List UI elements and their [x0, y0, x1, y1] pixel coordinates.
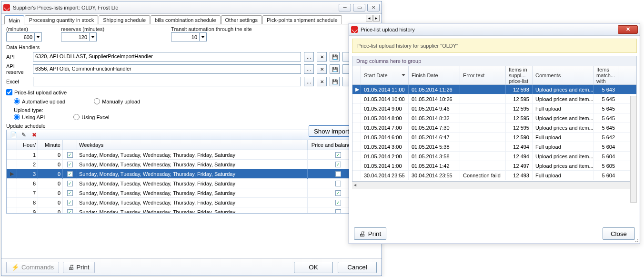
cell-hour[interactable]: 6 [17, 179, 38, 188]
tab-scroll-left-icon[interactable]: ◄ [366, 15, 372, 21]
transit-dropdown-button[interactable] [200, 32, 207, 41]
header-weekdays[interactable]: Weekdays [77, 140, 308, 150]
checkbox-icon[interactable] [67, 200, 73, 205]
checkbox-icon[interactable] [335, 162, 341, 167]
checkbox-icon[interactable] [67, 171, 73, 177]
tab-scroll-right-icon[interactable]: ► [373, 15, 380, 21]
history-header-error[interactable]: Error text [460, 66, 506, 84]
api-reserve-value[interactable]: 6356, API Oldi, CommonFunctionHandler [33, 64, 301, 74]
ok-button[interactable]: OK [294, 262, 333, 273]
cell-enabled[interactable] [63, 150, 77, 160]
history-row[interactable]: 01.05.2014 6:0001.05.2014 6:4712 590Full… [352, 133, 636, 142]
api-reserve-browse-button[interactable]: … [304, 64, 314, 74]
schedule-row[interactable]: 60Sunday, Monday, Tuesday, Wednesday, Th… [7, 179, 376, 188]
cell-weekdays[interactable]: Sunday, Monday, Tuesday, Wednesday, Thur… [77, 179, 308, 188]
main-titlebar[interactable]: Supplier's Prices-lists import: OLDY, Fr… [1, 1, 382, 14]
history-header-comments[interactable]: Comments [533, 66, 594, 84]
cell-minute[interactable]: 0 [38, 160, 63, 169]
schedule-row[interactable]: 80Sunday, Monday, Tuesday, Wednesday, Th… [7, 198, 376, 207]
minimize-button[interactable]: ─ [339, 4, 351, 11]
price-list-active-checkbox[interactable] [6, 89, 12, 95]
api-reserve-save-button[interactable]: 💾 [330, 64, 340, 74]
cell-minute[interactable]: 0 [38, 179, 63, 188]
reserves-input[interactable] [61, 32, 90, 41]
checkbox-icon[interactable] [67, 162, 73, 167]
checkbox-icon[interactable] [67, 190, 73, 196]
history-row[interactable]: ▶01.05.2014 11:0001.05.2014 11:2612 593U… [352, 85, 636, 94]
history-horizontal-scrollbar[interactable] [352, 182, 637, 189]
edit-row-icon[interactable]: ✎ [20, 131, 28, 139]
transit-input[interactable] [171, 32, 200, 41]
history-close-x-button[interactable]: ✕ [618, 25, 638, 34]
cell-hour[interactable]: 3 [17, 169, 38, 179]
schedule-row[interactable]: ▶30Sunday, Monday, Tuesday, Wednesday, T… [7, 169, 376, 179]
excel-save-button[interactable]: 💾 [330, 77, 340, 86]
header-enabled[interactable] [63, 140, 77, 150]
checkbox-icon[interactable] [67, 152, 73, 158]
minutes-dropdown-button[interactable] [35, 32, 42, 41]
tab-processing-quantity[interactable]: Processing quantity in stock [25, 15, 98, 24]
history-row[interactable]: 01.05.2014 1:0001.05.2014 1:4212 497Uplo… [352, 161, 636, 171]
tab-other-settings[interactable]: Other settings [221, 15, 262, 24]
api-reserve-clear-button[interactable]: ✕ [317, 64, 327, 74]
cell-minute[interactable]: 0 [38, 169, 63, 179]
checkbox-icon[interactable] [335, 209, 341, 214]
reserves-dropdown-button[interactable] [90, 32, 97, 41]
new-row-icon[interactable]: 📄 [10, 131, 17, 139]
tab-shipping-schedule[interactable]: Shipping schedule [99, 15, 150, 24]
schedule-row[interactable]: 20Sunday, Monday, Tuesday, Wednesday, Th… [7, 160, 376, 169]
cancel-button[interactable]: Cancel [338, 262, 377, 273]
auto-upload-radio[interactable] [14, 98, 20, 104]
header-hour[interactable]: Hour/ [17, 140, 38, 150]
cell-hour[interactable]: 9 [17, 207, 38, 214]
cell-minute[interactable]: 0 [38, 150, 63, 160]
cell-enabled[interactable] [63, 169, 77, 179]
history-row[interactable]: 30.04.2014 23:5530.04.2014 23:55Connecti… [352, 171, 636, 180]
checkbox-icon[interactable] [335, 190, 341, 196]
manual-upload-radio[interactable] [94, 98, 100, 104]
checkbox-icon[interactable] [67, 181, 73, 186]
cell-hour[interactable]: 7 [17, 188, 38, 198]
history-header-start-date[interactable]: Start Date [361, 66, 409, 84]
history-row[interactable]: 01.05.2014 2:0001.05.2014 3:5812 494Uplo… [352, 152, 636, 161]
tab-pick-points[interactable]: Pick-points shipment schedule [262, 15, 342, 24]
cell-enabled[interactable] [63, 207, 77, 214]
checkbox-icon[interactable] [335, 171, 341, 177]
close-button[interactable]: ✕ [367, 4, 380, 11]
cell-enabled[interactable] [63, 160, 77, 169]
cell-weekdays[interactable]: Sunday, Monday, Tuesday, Wednesday, Thur… [77, 207, 308, 214]
checkbox-icon[interactable] [335, 200, 341, 205]
header-minute[interactable]: Minute [38, 140, 63, 150]
cell-enabled[interactable] [63, 198, 77, 207]
cell-weekdays[interactable]: Sunday, Monday, Tuesday, Wednesday, Thur… [77, 188, 308, 198]
api-save-button[interactable]: 💾 [330, 52, 340, 62]
using-excel-radio[interactable] [73, 114, 80, 120]
cell-hour[interactable]: 8 [17, 198, 38, 207]
commands-button[interactable]: ⚡Commands [6, 262, 59, 273]
schedule-row[interactable]: 10Sunday, Monday, Tuesday, Wednesday, Th… [7, 150, 376, 160]
api-clear-button[interactable]: ✕ [317, 52, 327, 62]
cell-enabled[interactable] [63, 179, 77, 188]
history-row[interactable]: 01.05.2014 7:0001.05.2014 7:3012 595Uplo… [352, 123, 636, 133]
cell-minute[interactable]: 0 [38, 207, 63, 214]
history-group-band[interactable]: Drag columns here to group [352, 56, 637, 66]
checkbox-icon[interactable] [67, 209, 73, 214]
history-close-button[interactable]: Close [603, 227, 635, 240]
cell-weekdays[interactable]: Sunday, Monday, Tuesday, Wednesday, Thur… [77, 198, 308, 207]
cell-weekdays[interactable]: Sunday, Monday, Tuesday, Wednesday, Thur… [77, 160, 308, 169]
cell-weekdays[interactable]: Sunday, Monday, Tuesday, Wednesday, Thur… [77, 169, 308, 179]
history-vertical-scrollbar[interactable] [630, 96, 637, 203]
history-titlebar[interactable]: Price-list upload history ✕ [349, 23, 640, 36]
tab-main[interactable]: Main [4, 15, 24, 24]
checkbox-icon[interactable] [335, 152, 341, 158]
history-row[interactable]: 01.05.2014 3:0001.05.2014 5:3812 494Full… [352, 142, 636, 152]
history-print-button[interactable]: 🖨Print [354, 227, 386, 240]
cell-weekdays[interactable]: Sunday, Monday, Tuesday, Wednesday, Thur… [77, 150, 308, 160]
tab-bills-schedule[interactable]: bills combination schedule [151, 15, 220, 24]
history-row[interactable]: 01.05.2014 10:0001.05.2014 10:2612 595Up… [352, 94, 636, 104]
history-header-items[interactable]: Items in suppl... price-list [506, 66, 533, 84]
using-api-radio[interactable] [14, 114, 20, 120]
excel-clear-button[interactable]: ✕ [317, 77, 327, 86]
api-value[interactable]: 6320, API OLDI LAST, SupplierPriceImport… [33, 52, 301, 62]
api-browse-button[interactable]: … [304, 52, 314, 62]
